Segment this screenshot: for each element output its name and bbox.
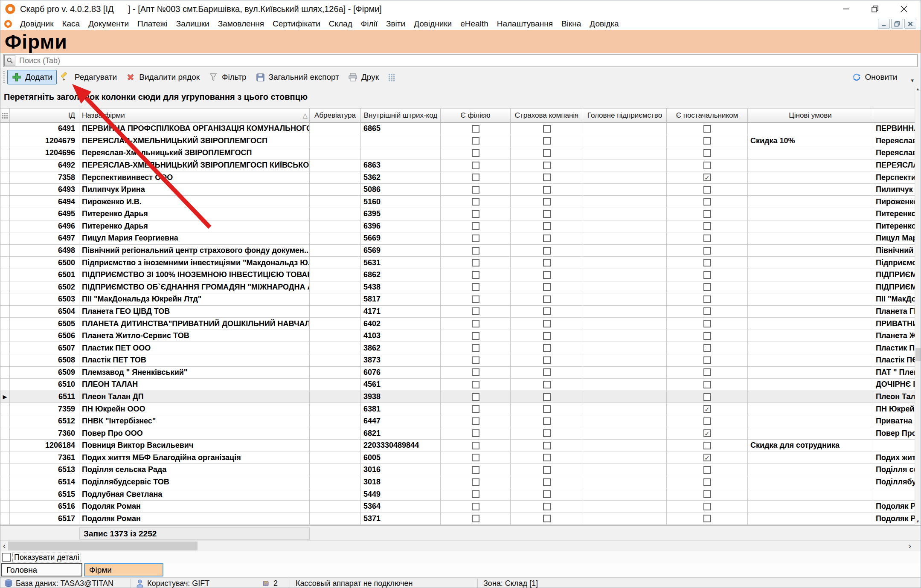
cell-insurance-company-checkbox[interactable] (543, 222, 551, 230)
cell-is-supplier-checkbox[interactable] (703, 417, 711, 425)
cell-is-branch-checkbox[interactable] (472, 429, 479, 437)
horizontal-scrollbar[interactable]: ‹ › (0, 540, 921, 551)
cell-is-branch-checkbox[interactable] (472, 235, 479, 242)
table-row[interactable]: 6500Підприємство з іноземними інвестиція… (0, 257, 915, 269)
cell-is-supplier-checkbox[interactable] (703, 283, 711, 291)
table-row[interactable]: 6501ПІДПРИЄМСТВО ЗІ 100% ІНОЗЕМНОЮ ІНВЕС… (0, 269, 915, 281)
cell-insurance-company-checkbox[interactable] (543, 235, 551, 242)
cell-is-supplier-checkbox[interactable] (703, 307, 711, 315)
column-chooser-icon[interactable] (386, 72, 397, 82)
cell-insurance-company-checkbox[interactable] (543, 393, 551, 401)
table-row[interactable]: 6509Племзавод " Яненківський"6076ПАТ " П… (0, 367, 915, 379)
cell-is-supplier-checkbox[interactable] (703, 295, 711, 303)
search-icon-button[interactable] (4, 55, 15, 66)
cell-insurance-company-checkbox[interactable] (543, 186, 551, 194)
cell-is-branch-checkbox[interactable] (472, 320, 479, 327)
table-row[interactable]: ▶6511Плеон Талан ДП3938Плеон Тала (0, 391, 915, 403)
table-row[interactable]: 1206184Повниця Виктор Васильевич22033304… (0, 440, 915, 452)
cell-is-branch-checkbox[interactable] (472, 295, 479, 303)
restore-button[interactable] (870, 4, 880, 14)
cell-is-branch-checkbox[interactable] (472, 149, 479, 157)
cell-insurance-company-checkbox[interactable] (543, 344, 551, 352)
menu-item-8[interactable]: Склад (325, 18, 357, 29)
cell-insurance-company-checkbox[interactable] (543, 137, 551, 145)
tab-home[interactable]: Головна (1, 563, 82, 576)
cell-is-supplier-checkbox[interactable] (703, 320, 711, 327)
cell-insurance-company-checkbox[interactable] (543, 368, 551, 376)
header-price-terms[interactable]: Цінові умови (748, 108, 873, 123)
table-row[interactable]: 6516Подоляк Роман5364Подоляк Ро (0, 501, 915, 513)
menu-item-3[interactable]: Документи (84, 18, 133, 29)
cell-is-supplier-checkbox[interactable] (703, 490, 711, 498)
cell-insurance-company-checkbox[interactable] (543, 356, 551, 364)
cell-is-supplier-checkbox[interactable] (703, 393, 711, 401)
vertical-scrollbar[interactable]: ▲ ▼ (915, 86, 921, 525)
mdi-close-button[interactable] (904, 19, 916, 29)
cell-is-supplier-checkbox[interactable]: ✓ (703, 454, 711, 461)
table-row[interactable]: 7360Повер Про ООО6821✓Повер Про (0, 427, 915, 440)
delete-row-button[interactable]: Видалити рядок (121, 70, 204, 84)
cell-is-branch-checkbox[interactable] (472, 222, 479, 230)
header-parent-company[interactable]: Головне підприємство (583, 108, 667, 123)
table-row[interactable]: 6505ПЛАНЕТА ДИТИНСТВА"ПРИВАТНИЙ ДОШКІЛЬН… (0, 318, 915, 330)
menu-item-4[interactable]: Платежі (133, 18, 172, 29)
vertical-scroll-thumb[interactable] (915, 348, 921, 361)
header-internal-barcode[interactable]: Внутрішній штрих-код (361, 108, 441, 123)
horizontal-scroll-thumb[interactable] (8, 542, 198, 550)
cell-insurance-company-checkbox[interactable] (543, 295, 551, 303)
cell-is-supplier-checkbox[interactable] (703, 222, 711, 230)
cell-is-supplier-checkbox[interactable] (703, 478, 711, 486)
table-row[interactable]: 6498Північний регіональний центр страхов… (0, 245, 915, 257)
cell-is-branch-checkbox[interactable] (472, 186, 479, 194)
cell-insurance-company-checkbox[interactable] (543, 478, 551, 486)
cell-is-branch-checkbox[interactable] (472, 356, 479, 364)
cell-is-branch-checkbox[interactable] (472, 454, 479, 461)
header-firm-name[interactable]: Назва фірми △ (79, 108, 310, 123)
cell-is-supplier-checkbox[interactable] (703, 125, 711, 133)
close-button[interactable] (899, 4, 909, 14)
cell-is-supplier-checkbox[interactable] (703, 503, 711, 510)
table-row[interactable]: 6491ПЕРВИННА ПРОФСПІЛКОВА ОРГАНІЗАЦІЯ КО… (0, 123, 915, 135)
table-row[interactable]: 1204696Переяслав-Хмельницький ЗВІРОПЛЕМГ… (0, 147, 915, 159)
table-row[interactable]: 6493Пилипчук Ирина5086Пилипчук И (0, 184, 915, 196)
menu-item-6[interactable]: Замовлення (214, 18, 268, 29)
header-insurance-company[interactable]: Страхова компанія (511, 108, 583, 123)
tab-firms[interactable]: Фірми (84, 563, 163, 576)
cell-insurance-company-checkbox[interactable] (543, 162, 551, 169)
cell-insurance-company-checkbox[interactable] (543, 332, 551, 340)
search-input[interactable] (16, 56, 917, 65)
cell-is-supplier-checkbox[interactable] (703, 259, 711, 266)
table-row[interactable]: 6502ПІДПРИЄМСТВО ОБ`ЄДНАННЯ ГРОМАДЯН "МІ… (0, 281, 915, 294)
cell-is-supplier-checkbox[interactable] (703, 210, 711, 218)
cell-is-supplier-checkbox[interactable] (703, 235, 711, 242)
cell-is-supplier-checkbox[interactable] (703, 515, 711, 522)
cell-is-branch-checkbox[interactable] (472, 125, 479, 133)
cell-is-branch-checkbox[interactable] (472, 368, 479, 376)
table-row[interactable]: 7359ПН Юкрейн ООО6381✓ПН Юкрейн (0, 403, 915, 415)
table-row[interactable]: 6504Планета ГЕО ЦІВД ТОВ4171Планета ГЕ (0, 306, 915, 318)
menu-item-13[interactable]: Налаштування (493, 18, 557, 29)
cell-is-supplier-checkbox[interactable] (703, 149, 711, 157)
mdi-minimize-button[interactable] (878, 19, 890, 29)
cell-is-branch-checkbox[interactable] (472, 162, 479, 169)
cell-is-branch-checkbox[interactable] (472, 381, 479, 388)
cell-is-supplier-checkbox[interactable] (703, 381, 711, 388)
filter-button[interactable]: Фільтр (204, 70, 250, 84)
cell-is-supplier-checkbox[interactable]: ✓ (703, 174, 711, 181)
edit-button[interactable]: Редагувати (57, 70, 121, 84)
table-row[interactable]: 6492ПЕРЕЯСЛАВ-ХМЕЛЬНИЦЬКИЙ ЗВІРОПЛЕМГОСП… (0, 159, 915, 172)
cell-insurance-company-checkbox[interactable] (543, 417, 551, 425)
cell-is-supplier-checkbox[interactable] (703, 466, 711, 474)
table-row[interactable]: 6494Пироженко И.В.5160Пироженко (0, 196, 915, 208)
cell-insurance-company-checkbox[interactable] (543, 198, 551, 206)
cell-insurance-company-checkbox[interactable] (543, 149, 551, 157)
cell-is-supplier-checkbox[interactable] (703, 356, 711, 364)
cell-insurance-company-checkbox[interactable] (543, 429, 551, 437)
table-row[interactable]: 7361Подих життя МБФ Благодійна організац… (0, 452, 915, 464)
cell-is-supplier-checkbox[interactable] (703, 368, 711, 376)
table-row[interactable]: 6495Питеренко Дарья6395Питеренко Д (0, 208, 915, 220)
show-details-checkbox[interactable] (2, 553, 11, 562)
cell-is-supplier-checkbox[interactable] (703, 271, 711, 279)
cell-is-branch-checkbox[interactable] (472, 478, 479, 486)
cell-is-branch-checkbox[interactable] (472, 247, 479, 255)
